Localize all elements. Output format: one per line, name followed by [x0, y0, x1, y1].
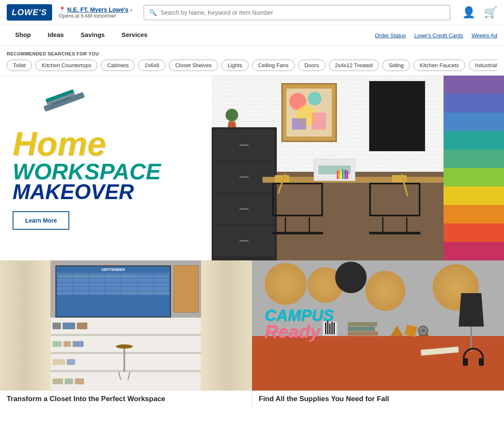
stapler-decoration	[35, 79, 90, 118]
nav-right: Order Status Lowe's Credit Cards Weekly …	[375, 32, 497, 39]
lamp-shade	[459, 293, 484, 352]
tag-doors[interactable]: Doors	[298, 60, 326, 71]
desk-lamp-right	[392, 175, 409, 183]
wall-calendar: SEPTEMBER	[55, 265, 171, 318]
tag-kitchen-countertops[interactable]: Kitchen Countertops	[35, 60, 97, 71]
tag-industrial-pipe[interactable]: Industrial Pi...	[469, 60, 497, 71]
closet-scene: SEPTEMBER	[0, 260, 252, 391]
hero-title-home: Home	[13, 127, 195, 161]
weekly-ad-link[interactable]: Weekly Ad	[472, 32, 497, 39]
logo-text: LOWE'S	[12, 8, 47, 17]
campus-card-caption: Find All the Supplies You Need for Fall	[252, 391, 504, 407]
hero-title-workspace: WORKSPACE	[13, 161, 195, 182]
order-status-link[interactable]: Order Status	[375, 32, 406, 39]
search-bar[interactable]: 🔍	[144, 5, 450, 20]
header-icons: 👤 🛒	[462, 6, 497, 19]
credit-cards-link[interactable]: Lowe's Credit Cards	[414, 32, 463, 39]
tag-kitchen-faucets[interactable]: Kitchen Faucets	[413, 60, 465, 71]
dresser	[212, 127, 277, 260]
svg-point-9	[308, 92, 321, 105]
tag-cabinets[interactable]: Cabinets	[101, 60, 135, 71]
store-info: 📍 N.E. FT. Myers Lowe's › Opens at 6 AM …	[59, 6, 132, 19]
tag-siding[interactable]: Siding	[382, 60, 410, 71]
tag-closet-shelves[interactable]: Closet Shelves	[169, 60, 218, 71]
nav-item-shop[interactable]: Shop	[7, 25, 39, 45]
plant	[226, 109, 238, 127]
book-stack	[348, 322, 378, 336]
tape-roll	[418, 326, 428, 336]
campus-scene: CAMPUS Ready	[252, 260, 504, 391]
nav-left: Shop Ideas Savings Services	[7, 25, 375, 45]
main-nav: Shop Ideas Savings Services Order Status…	[0, 25, 504, 46]
site-header: LOWE'S 📍 N.E. FT. Myers Lowe's › Opens a…	[0, 0, 504, 25]
recommended-section: RECOMMENDED SEARCHES FOR YOU Toilet Kitc…	[0, 46, 504, 76]
hero-title-makeover: MAKEOVER	[13, 182, 195, 202]
cork-circle-3	[365, 271, 405, 311]
hero-center-image: // This will be rendered inline	[212, 76, 444, 260]
search-icon: 🔍	[149, 9, 157, 16]
hero-color-panel	[444, 76, 504, 260]
location-icon: 📍	[59, 6, 66, 13]
tag-toilet[interactable]: Toilet	[7, 60, 32, 71]
tag-2x6x8[interactable]: 2x6x8	[138, 60, 165, 71]
tag-lights[interactable]: Lights	[221, 60, 249, 71]
recommended-label: RECOMMENDED SEARCHES FOR YOU	[7, 51, 497, 56]
cork-circle-1	[265, 263, 307, 305]
nav-item-services[interactable]: Services	[113, 25, 156, 45]
curtain-right	[201, 260, 252, 391]
cart-icon[interactable]: 🛒	[484, 6, 497, 19]
nav-item-savings[interactable]: Savings	[72, 25, 113, 45]
store-name[interactable]: N.E. FT. Myers Lowe's	[67, 6, 129, 13]
pencil-cup	[337, 169, 348, 179]
closet-card: SEPTEMBER	[0, 260, 252, 407]
tag-2x4x12[interactable]: 2x4x12 Treated	[329, 60, 379, 71]
bottom-cards: SEPTEMBER	[0, 260, 504, 407]
svg-rect-11	[292, 118, 307, 129]
pegboard: // This will be rendered inline	[369, 81, 425, 151]
desk-lamp-left	[277, 175, 294, 183]
hero-left-panel: Home WORKSPACE MAKEOVER Learn More	[0, 76, 212, 260]
campus-card: CAMPUS Ready Find All the Supplies You N…	[252, 260, 504, 407]
hero-banner: Home WORKSPACE MAKEOVER Learn More	[0, 76, 504, 260]
recommended-tags: Toilet Kitchen Countertops Cabinets 2x6x…	[7, 60, 497, 71]
store-arrow: ›	[130, 6, 132, 13]
store-hours: Opens at 6 AM tomorrow!	[59, 13, 132, 19]
svg-rect-12	[312, 113, 326, 129]
stool	[116, 344, 133, 380]
storage-box	[314, 159, 355, 181]
nav-item-ideas[interactable]: Ideas	[39, 25, 72, 45]
learn-more-button[interactable]: Learn More	[13, 211, 69, 230]
curtain-left	[0, 260, 50, 391]
cork-board-left	[173, 265, 199, 312]
picture-frame	[281, 83, 337, 142]
search-input[interactable]	[160, 9, 445, 16]
campus-ready-title: CAMPUS Ready	[265, 307, 334, 340]
account-icon[interactable]: 👤	[462, 6, 475, 19]
headphones	[463, 348, 484, 365]
closet-card-caption: Transform a Closet Into the Perfect Work…	[0, 391, 252, 407]
tag-ceiling-fans[interactable]: Ceiling Fans	[252, 60, 295, 71]
logo[interactable]: LOWE'S	[7, 4, 52, 21]
dark-circle-1	[335, 262, 367, 293]
